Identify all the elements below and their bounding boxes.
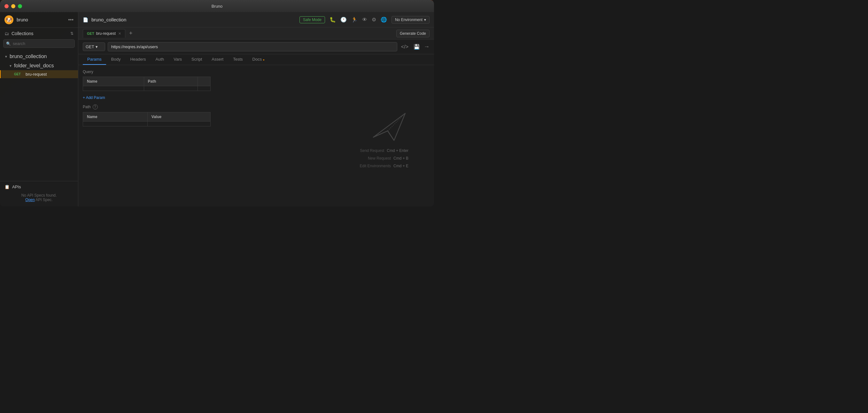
search-icon: 🔍 xyxy=(6,41,11,46)
paper-plane-icon xyxy=(370,110,408,142)
tab-vars[interactable]: Vars xyxy=(169,54,186,65)
topbar: 📄 bruno_collection Safe Mode 🐛 🕐 🏃 👁 ⚙ 🌐… xyxy=(78,12,434,28)
collection-item[interactable]: ▼ bruno_collection xyxy=(0,52,78,61)
path-col-value-header: Value xyxy=(147,112,210,122)
chevron-down-icon: ▼ xyxy=(4,55,8,59)
tab-docs[interactable]: Docs ● xyxy=(248,54,269,65)
api-icon: 📋 xyxy=(4,184,9,189)
chevron-down-icon: ▼ xyxy=(9,64,12,68)
titlebar: Bruno xyxy=(0,0,434,12)
gear-icon[interactable]: ⚙ xyxy=(372,16,376,23)
search-input[interactable] xyxy=(13,41,72,46)
param-action-cell xyxy=(198,86,211,91)
tab-params[interactable]: Params xyxy=(83,54,106,65)
shortcut-env-label: Edit Environments xyxy=(360,164,391,168)
tab-script[interactable]: Script xyxy=(187,54,207,65)
minimize-button[interactable] xyxy=(11,4,16,8)
table-row xyxy=(83,122,211,126)
apis-label: APIs xyxy=(12,184,21,189)
apis-section: 📋 APIs No API Specs found. Open API Spec… xyxy=(0,181,78,207)
send-illustration: Send Request Cmd + Enter New Request Cmd… xyxy=(360,110,408,168)
collections-icon: 🗂 xyxy=(4,31,9,36)
help-icon[interactable]: ? xyxy=(93,104,98,109)
sidebar-header: 🐶 bruno ••• xyxy=(0,12,78,28)
close-tab-icon[interactable]: ✕ xyxy=(118,32,121,36)
shortcut-new-key: Cmd + B xyxy=(394,156,408,161)
folder-name: folder_level_docs xyxy=(14,63,54,69)
sort-icon[interactable]: ⇅ xyxy=(70,31,73,36)
add-tab-button[interactable]: + xyxy=(127,29,135,38)
request-tabs: Params Body Headers Auth Vars Script Ass… xyxy=(78,54,434,65)
tab-method: GET xyxy=(87,32,94,35)
shortcut-new-label: New Request xyxy=(368,156,391,161)
sidebar: 🐶 bruno ••• 🗂 Collections ⇅ 🔍 ▼ bruno_co… xyxy=(0,12,78,207)
collection-name: bruno_collection xyxy=(9,54,47,59)
shortcut-env: Edit Environments Cmd + E xyxy=(360,164,408,168)
folder-item[interactable]: ▼ folder_level_docs xyxy=(0,61,78,70)
globe-icon[interactable]: 🌐 xyxy=(381,16,387,23)
code-view-button[interactable]: </> xyxy=(400,43,410,51)
window-controls xyxy=(4,4,22,8)
path-value-cell[interactable] xyxy=(147,122,210,126)
shortcut-send-label: Send Request xyxy=(360,148,384,153)
url-actions: </> 💾 → xyxy=(400,42,430,51)
shortcut-send: Send Request Cmd + Enter xyxy=(360,148,408,153)
tab-assert[interactable]: Assert xyxy=(207,54,228,65)
generate-code-button[interactable]: Generate Code xyxy=(396,30,430,37)
method-select[interactable]: GET ▾ xyxy=(83,42,105,51)
col-path-header: Path xyxy=(144,77,197,86)
eye-icon[interactable]: 👁 xyxy=(362,17,367,23)
app-name: bruno xyxy=(17,17,65,22)
search-box[interactable]: 🔍 xyxy=(3,39,75,48)
path-col-name-header: Name xyxy=(83,112,148,122)
query-label: Query xyxy=(83,70,430,74)
bug-icon[interactable]: 🐛 xyxy=(330,16,336,23)
url-input[interactable] xyxy=(108,42,397,51)
clock-icon[interactable]: 🕐 xyxy=(340,16,347,23)
topbar-right: Safe Mode 🐛 🕐 🏃 👁 ⚙ 🌐 No Environment ▾ xyxy=(300,16,430,24)
send-request-button[interactable]: → xyxy=(424,43,430,50)
param-name-cell[interactable] xyxy=(83,86,144,91)
topbar-left: 📄 bruno_collection xyxy=(83,17,126,22)
query-params-table: Name Path xyxy=(83,77,211,91)
param-path-cell[interactable] xyxy=(144,86,197,91)
path-name-cell[interactable] xyxy=(83,122,148,126)
runner-icon[interactable]: 🏃 xyxy=(351,16,358,23)
shortcut-hints: Send Request Cmd + Enter New Request Cmd… xyxy=(360,148,408,168)
method-badge: GET xyxy=(14,72,23,76)
tabs-bar: GET bru-request ✕ + Generate Code xyxy=(78,28,434,40)
open-api-spec-link[interactable]: Open xyxy=(25,198,34,202)
environment-dropdown[interactable]: No Environment ▾ xyxy=(392,16,430,24)
col-action-header xyxy=(198,77,211,86)
tab-auth[interactable]: Auth xyxy=(151,54,169,65)
apis-empty-message: No API Specs found. Open API Spec. xyxy=(4,192,73,203)
collections-header: 🗂 Collections ⇅ xyxy=(0,28,78,39)
safe-mode-button[interactable]: Safe Mode xyxy=(300,16,325,23)
close-button[interactable] xyxy=(4,4,9,8)
sidebar-menu-button[interactable]: ••• xyxy=(68,17,73,23)
url-bar: GET ▾ </> 💾 → xyxy=(78,40,434,54)
path-section: Path ? xyxy=(83,104,430,109)
logo-emoji: 🐶 xyxy=(6,17,12,23)
main-content: 📄 bruno_collection Safe Mode 🐛 🕐 🏃 👁 ⚙ 🌐… xyxy=(78,12,434,207)
method-label: GET xyxy=(86,44,94,49)
path-params-table: Name Value xyxy=(83,112,211,126)
tab-body[interactable]: Body xyxy=(107,54,125,65)
window-title: Bruno xyxy=(212,4,223,9)
add-param-button[interactable]: + Add Param xyxy=(83,96,105,100)
tab-headers[interactable]: Headers xyxy=(126,54,150,65)
table-row xyxy=(83,86,211,91)
maximize-button[interactable] xyxy=(18,4,22,8)
tab-tests[interactable]: Tests xyxy=(228,54,247,65)
request-tab-bru-request[interactable]: GET bru-request ✕ xyxy=(83,29,125,38)
app-logo: 🐶 xyxy=(4,15,13,24)
request-item[interactable]: GET bru-request xyxy=(0,70,78,78)
collections-label: Collections xyxy=(11,31,68,36)
col-name-header: Name xyxy=(83,77,144,86)
collection-doc-icon: 📄 xyxy=(83,17,88,22)
collection-tree: ▼ bruno_collection ▼ folder_level_docs G… xyxy=(0,50,78,181)
save-button[interactable]: 💾 xyxy=(412,42,421,51)
chevron-down-icon: ▾ xyxy=(424,18,426,22)
apis-header: 📋 APIs xyxy=(4,184,73,189)
shortcut-env-key: Cmd + E xyxy=(394,164,408,168)
